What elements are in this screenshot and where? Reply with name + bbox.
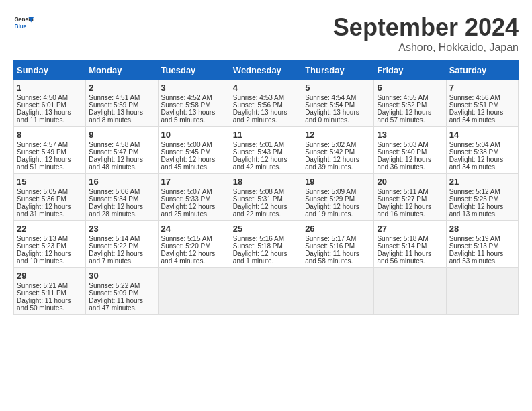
day-info-line: Daylight: 12 hours (449, 203, 515, 210)
day-info-line: Daylight: 12 hours (233, 156, 299, 163)
day-info-line: Daylight: 12 hours (449, 109, 515, 116)
day-number: 27 (377, 224, 443, 234)
day-info-line: Sunrise: 4:57 AM (17, 141, 83, 148)
day-info-line: Sunrise: 5:00 AM (161, 141, 227, 148)
day-number: 23 (89, 224, 154, 234)
day-info-line: Daylight: 12 hours (233, 203, 299, 210)
calendar-cell: 23Sunrise: 5:14 AMSunset: 5:22 PMDayligh… (86, 221, 158, 268)
day-info-line: Sunrise: 5:12 AM (449, 188, 515, 195)
day-info-line: Daylight: 12 hours (377, 203, 443, 210)
calendar-cell: 28Sunrise: 5:19 AMSunset: 5:13 PMDayligh… (446, 221, 518, 268)
day-number: 8 (17, 130, 83, 140)
logo-icon: General Blue (13, 13, 34, 34)
calendar-cell: 29Sunrise: 5:21 AMSunset: 5:11 PMDayligh… (14, 268, 86, 315)
day-number: 26 (305, 224, 371, 234)
day-info-line: and 56 minutes. (377, 257, 443, 265)
day-info-line: Daylight: 13 hours (305, 109, 371, 116)
day-info-line: Daylight: 11 hours (17, 297, 83, 304)
day-info-line: and 42 minutes. (233, 163, 299, 171)
day-info-line: and 10 minutes. (17, 257, 83, 265)
calendar-cell (158, 268, 230, 315)
calendar-cell: 4Sunrise: 4:53 AMSunset: 5:56 PMDaylight… (230, 80, 302, 127)
day-info-line: and 0 minutes. (305, 116, 371, 124)
day-info-line: Sunrise: 5:01 AM (233, 141, 299, 148)
calendar-cell: 1Sunrise: 4:50 AMSunset: 6:01 PMDaylight… (14, 80, 86, 127)
header-cell-saturday: Saturday (446, 61, 518, 80)
calendar-cell (230, 268, 302, 315)
day-info-line: Sunrise: 5:07 AM (161, 188, 227, 195)
day-info-line: Daylight: 12 hours (17, 250, 83, 257)
day-info-line: Sunset: 5:47 PM (89, 148, 154, 156)
calendar-week-5: 29Sunrise: 5:21 AMSunset: 5:11 PMDayligh… (14, 268, 519, 315)
calendar-cell (446, 268, 518, 315)
day-info-line: Sunrise: 5:03 AM (377, 141, 443, 148)
day-number: 6 (377, 83, 443, 93)
calendar-cell: 18Sunrise: 5:08 AMSunset: 5:31 PMDayligh… (230, 174, 302, 221)
calendar-cell: 2Sunrise: 4:51 AMSunset: 5:59 PMDaylight… (86, 80, 158, 127)
day-number: 15 (17, 177, 83, 187)
day-info-line: Sunset: 5:56 PM (233, 101, 299, 109)
day-info-line: and 7 minutes. (89, 257, 154, 265)
day-info-line: and 2 minutes. (233, 116, 299, 124)
day-info-line: Sunset: 5:40 PM (377, 148, 443, 156)
logo: General Blue (13, 13, 34, 34)
calendar-week-4: 22Sunrise: 5:13 AMSunset: 5:23 PMDayligh… (14, 221, 519, 268)
day-number: 5 (305, 83, 371, 93)
header-cell-wednesday: Wednesday (230, 61, 302, 80)
calendar-week-3: 15Sunrise: 5:05 AMSunset: 5:36 PMDayligh… (14, 174, 519, 221)
calendar-week-1: 1Sunrise: 4:50 AMSunset: 6:01 PMDaylight… (14, 80, 519, 127)
day-info-line: Sunrise: 5:22 AM (89, 282, 154, 289)
day-info-line: Daylight: 12 hours (305, 156, 371, 163)
day-info-line: Sunrise: 5:14 AM (89, 235, 154, 242)
calendar-cell: 16Sunrise: 5:06 AMSunset: 5:34 PMDayligh… (86, 174, 158, 221)
calendar-cell: 27Sunrise: 5:18 AMSunset: 5:14 PMDayligh… (374, 221, 446, 268)
day-number: 24 (161, 224, 227, 234)
calendar-cell: 6Sunrise: 4:55 AMSunset: 5:52 PMDaylight… (374, 80, 446, 127)
day-number: 4 (233, 83, 299, 93)
day-info-line: and 53 minutes. (449, 257, 515, 265)
day-number: 3 (161, 83, 227, 93)
day-info-line: and 31 minutes. (17, 210, 83, 218)
day-info-line: and 22 minutes. (233, 210, 299, 218)
day-info-line: Sunrise: 4:53 AM (233, 94, 299, 101)
day-info-line: Sunset: 5:09 PM (89, 289, 154, 297)
day-info-line: Daylight: 12 hours (305, 203, 371, 210)
header-cell-thursday: Thursday (302, 61, 374, 80)
month-title: September 2024 (333, 13, 519, 42)
calendar-cell (374, 268, 446, 315)
calendar-cell: 19Sunrise: 5:09 AMSunset: 5:29 PMDayligh… (302, 174, 374, 221)
location: Ashoro, Hokkaido, Japan (333, 42, 519, 54)
day-info-line: Daylight: 12 hours (377, 109, 443, 116)
calendar-cell: 7Sunrise: 4:56 AMSunset: 5:51 PMDaylight… (446, 80, 518, 127)
calendar-cell: 11Sunrise: 5:01 AMSunset: 5:43 PMDayligh… (230, 127, 302, 174)
day-info-line: and 1 minute. (233, 257, 299, 265)
header-cell-tuesday: Tuesday (158, 61, 230, 80)
day-info-line: Sunrise: 5:19 AM (449, 235, 515, 242)
day-info-line: and 54 minutes. (449, 116, 515, 124)
day-info-line: Sunset: 5:58 PM (161, 101, 227, 109)
day-info-line: Daylight: 12 hours (17, 203, 83, 210)
day-info-line: Sunset: 5:14 PM (377, 242, 443, 250)
day-info-line: Sunrise: 4:51 AM (89, 94, 154, 101)
calendar-cell: 30Sunrise: 5:22 AMSunset: 5:09 PMDayligh… (86, 268, 158, 315)
header-row: SundayMondayTuesdayWednesdayThursdayFrid… (14, 61, 519, 80)
day-info-line: and 4 minutes. (161, 257, 227, 265)
day-info-line: Daylight: 11 hours (449, 250, 515, 257)
day-info-line: Daylight: 12 hours (17, 156, 83, 163)
day-info-line: Sunset: 6:01 PM (17, 101, 83, 109)
day-info-line: Sunset: 5:27 PM (377, 195, 443, 203)
day-info-line: Daylight: 13 hours (17, 109, 83, 116)
calendar-cell: 26Sunrise: 5:17 AMSunset: 5:16 PMDayligh… (302, 221, 374, 268)
header-cell-monday: Monday (86, 61, 158, 80)
calendar-cell: 20Sunrise: 5:11 AMSunset: 5:27 PMDayligh… (374, 174, 446, 221)
day-info-line: Sunset: 5:38 PM (449, 148, 515, 156)
day-number: 30 (89, 271, 154, 281)
day-info-line: Sunset: 5:43 PM (233, 148, 299, 156)
calendar-body: 1Sunrise: 4:50 AMSunset: 6:01 PMDaylight… (14, 80, 519, 315)
day-info-line: Daylight: 12 hours (377, 156, 443, 163)
day-info-line: Sunset: 5:42 PM (305, 148, 371, 156)
day-number: 9 (89, 130, 154, 140)
day-info-line: Sunrise: 5:13 AM (17, 235, 83, 242)
calendar-cell: 21Sunrise: 5:12 AMSunset: 5:25 PMDayligh… (446, 174, 518, 221)
day-info-line: Daylight: 12 hours (449, 156, 515, 163)
